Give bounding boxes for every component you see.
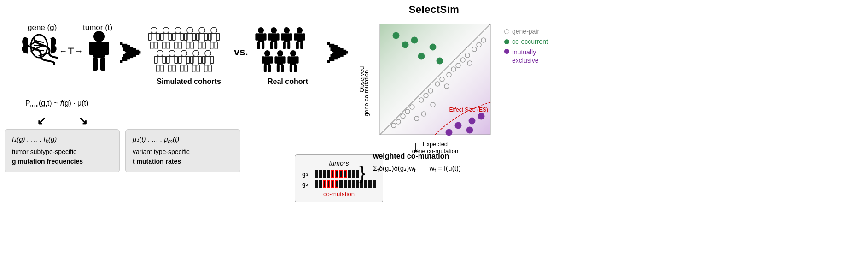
svg-rect-65: [181, 65, 183, 72]
svg-point-155: [466, 127, 473, 133]
svg-rect-60: [173, 65, 175, 72]
svg-text:gene co-mutation: gene co-mutation: [363, 70, 370, 116]
svg-rect-54: [161, 65, 163, 72]
svg-rect-47: [210, 42, 213, 49]
svg-rect-93: [281, 33, 284, 40]
svg-point-61: [181, 50, 187, 56]
svg-rect-90: [274, 42, 277, 49]
svg-rect-17: [151, 42, 153, 49]
svg-rect-59: [169, 65, 171, 72]
svg-point-49: [157, 50, 163, 56]
svg-rect-11: [93, 58, 98, 71]
bottom-left-formula: f₁(g) , … , fk(g): [12, 135, 112, 145]
svg-rect-26: [175, 33, 181, 42]
svg-rect-98: [297, 33, 303, 42]
weighted-title: weighted co-mutation: [373, 152, 461, 160]
svg-rect-48: [215, 42, 217, 49]
svg-rect-87: [268, 33, 271, 40]
weighted-formula-section: weighted co-mutation Σtδ(g₁)δ(g₂)wt wt =…: [373, 152, 461, 174]
g2-label: g₂: [302, 181, 312, 188]
svg-point-103: [264, 50, 270, 56]
svg-rect-38: [199, 33, 205, 42]
legend-co-occurrent-dot: [504, 39, 509, 44]
svg-rect-110: [277, 56, 283, 65]
simulated-label: Simulated cohorts: [152, 77, 226, 86]
svg-point-152: [455, 122, 461, 129]
g1-bars: [315, 170, 359, 178]
svg-rect-113: [277, 65, 280, 72]
svg-rect-88: [276, 33, 280, 40]
weighted-sum-formula: Σtδ(g₁)δ(g₂)wt: [373, 164, 415, 174]
svg-rect-8: [93, 42, 105, 58]
svg-rect-116: [290, 56, 296, 65]
dna-icon: [21, 32, 58, 71]
svg-rect-86: [271, 33, 277, 42]
svg-rect-18: [155, 42, 157, 49]
bottom-right-desc: variant type-specific t mutation rates: [133, 147, 233, 166]
svg-rect-104: [264, 56, 270, 65]
bottom-right-formula: μ₁(t) , … , μm(t): [133, 135, 233, 145]
svg-point-150: [411, 37, 418, 43]
svg-point-73: [205, 50, 211, 56]
svg-rect-74: [205, 56, 211, 65]
svg-point-91: [284, 27, 290, 33]
svg-rect-72: [197, 65, 199, 72]
svg-rect-53: [157, 65, 159, 72]
arrow-1: ⮞: [119, 42, 143, 66]
svg-rect-114: [281, 65, 284, 72]
svg-rect-84: [262, 42, 264, 49]
svg-point-79: [258, 27, 264, 33]
svg-point-43: [211, 27, 217, 33]
pmut-formula: Pmut(g,t) ~ f(g) · μ(t): [25, 99, 88, 108]
g2-bars: [315, 180, 376, 188]
page-title: SelectSim: [0, 4, 868, 16]
svg-point-31: [187, 27, 193, 33]
svg-point-148: [430, 44, 436, 50]
svg-rect-20: [163, 33, 169, 42]
svg-point-156: [446, 129, 452, 136]
svg-point-85: [271, 27, 277, 33]
svg-rect-50: [157, 56, 163, 65]
svg-rect-80: [258, 33, 264, 42]
svg-point-37: [199, 27, 205, 33]
down-arrow-right: ↘: [78, 114, 87, 127]
svg-rect-41: [198, 42, 201, 49]
svg-rect-62: [181, 56, 187, 65]
svg-rect-101: [296, 42, 299, 49]
svg-rect-42: [203, 42, 205, 49]
svg-point-97: [297, 27, 303, 33]
legend: gene-pair co-occurrent mutuallyexclusive: [504, 28, 548, 67]
svg-rect-29: [175, 42, 177, 49]
svg-rect-23: [163, 42, 165, 49]
svg-rect-106: [270, 56, 273, 63]
svg-rect-78: [209, 65, 211, 72]
svg-rect-119: [290, 65, 292, 72]
tumor-figure: [85, 30, 113, 73]
svg-rect-94: [289, 33, 292, 40]
svg-rect-66: [185, 65, 187, 72]
svg-rect-92: [284, 33, 290, 42]
svg-rect-120: [294, 65, 297, 72]
svg-rect-32: [187, 33, 193, 42]
svg-rect-118: [296, 56, 299, 63]
down-arrow-left: ↙: [37, 114, 46, 127]
svg-text:Effect Size (ES): Effect Size (ES): [449, 107, 488, 113]
svg-point-13: [151, 27, 157, 33]
svg-rect-96: [287, 42, 290, 49]
simulated-figures: [146, 27, 229, 75]
svg-point-154: [478, 113, 484, 119]
barcode-section: tumors g₁ g₂: [295, 154, 383, 202]
bottom-left-box: f₁(g) , … , fk(g) tumor subtype-specific…: [5, 129, 120, 172]
svg-point-147: [418, 53, 425, 59]
svg-rect-36: [191, 42, 193, 49]
legend-co-occurrent-label: co-occurrent: [512, 38, 548, 45]
svg-rect-77: [204, 65, 207, 72]
weight-def: wt = f(μ(t)): [429, 164, 460, 174]
main-container: SelectSim gene (g) tumor (t): [0, 0, 868, 279]
svg-rect-82: [263, 33, 267, 40]
svg-rect-108: [268, 65, 271, 72]
svg-rect-9: [89, 42, 94, 55]
svg-rect-14: [151, 33, 157, 42]
svg-point-153: [469, 118, 475, 124]
co-mutation-label: co-mutation: [302, 190, 376, 197]
